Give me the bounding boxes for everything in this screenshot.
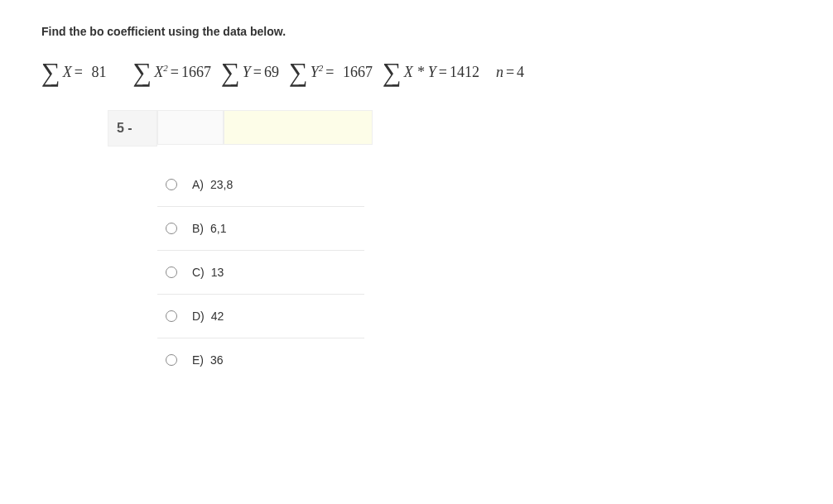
option-value: 6,1: [210, 222, 226, 235]
option-label: A)23,8: [192, 178, 233, 191]
var-y: Y: [243, 64, 251, 81]
option-a[interactable]: A)23,8: [157, 163, 364, 207]
eq-op: =: [171, 64, 179, 81]
option-letter: C): [192, 266, 205, 279]
val-sum-y: 69: [264, 64, 279, 81]
var-n: n: [496, 64, 503, 81]
sigma-icon: ∑: [41, 59, 60, 85]
var-x2: X: [154, 64, 163, 80]
question-number: 5 -: [108, 110, 157, 146]
eq-op: =: [75, 64, 83, 81]
radio-icon[interactable]: [166, 266, 177, 278]
n-term: n = 4: [496, 64, 524, 81]
sup-x2: 2: [163, 63, 168, 73]
val-sum-x: 81: [91, 64, 106, 81]
val-sum-x2: 1667: [181, 64, 211, 81]
radio-icon[interactable]: [166, 310, 177, 322]
option-letter: A): [192, 178, 204, 191]
question-title: Find the bo coefficient using the data b…: [41, 25, 792, 38]
option-letter: E): [192, 353, 204, 367]
option-b[interactable]: B)6,1: [157, 207, 364, 251]
option-value: 13: [211, 266, 224, 279]
option-letter: B): [192, 222, 204, 235]
highlight-box: [224, 110, 373, 145]
sigma-icon: ∑: [221, 59, 240, 85]
var-y2: Y: [311, 64, 319, 80]
sup-y2: 2: [319, 63, 324, 73]
eq-op: =: [253, 64, 262, 81]
option-label: D)42: [192, 310, 224, 323]
option-c[interactable]: C)13: [157, 251, 364, 295]
header-row: 5 -: [108, 110, 373, 146]
sum-y-term: ∑ Y = 69: [221, 59, 279, 85]
equation-row: ∑ X = 81 ∑ X2 = 1667 ∑ Y = 69 ∑ Y2 = 166…: [41, 59, 792, 85]
option-label: E)36: [192, 353, 224, 367]
option-value: 36: [210, 353, 224, 367]
option-label: B)6,1: [192, 222, 226, 235]
val-sum-xy: 1412: [450, 64, 479, 81]
var-xy: X * Y: [404, 64, 436, 81]
option-d[interactable]: D)42: [157, 295, 364, 338]
eq-op: =: [325, 64, 334, 81]
sum-xy-term: ∑ X * Y = 1412: [383, 59, 479, 85]
var-x: X: [63, 64, 72, 81]
radio-icon[interactable]: [166, 179, 177, 190]
option-value: 23,8: [210, 178, 233, 191]
answer-section: 5 -: [108, 110, 792, 146]
eq-op: =: [506, 64, 514, 81]
sum-y2-term: ∑ Y2 = 1667: [289, 59, 373, 85]
header-middle: [157, 110, 224, 145]
option-label: C)13: [192, 266, 224, 279]
radio-icon[interactable]: [166, 223, 177, 234]
val-n: 4: [517, 64, 524, 81]
radio-icon[interactable]: [166, 354, 177, 366]
option-letter: D): [192, 310, 205, 323]
sum-x-term: ∑ X = 81: [41, 59, 106, 85]
sigma-icon: ∑: [289, 59, 308, 85]
option-value: 42: [211, 310, 224, 323]
eq-op: =: [439, 64, 447, 81]
sigma-icon: ∑: [383, 59, 402, 85]
sum-x2-term: ∑ X2 = 1667: [132, 59, 210, 85]
options-container: A)23,8 B)6,1 C)13 D)42 E)36: [157, 163, 364, 382]
val-sum-y2: 1667: [343, 64, 373, 81]
option-e[interactable]: E)36: [157, 338, 364, 382]
sigma-icon: ∑: [132, 59, 152, 85]
